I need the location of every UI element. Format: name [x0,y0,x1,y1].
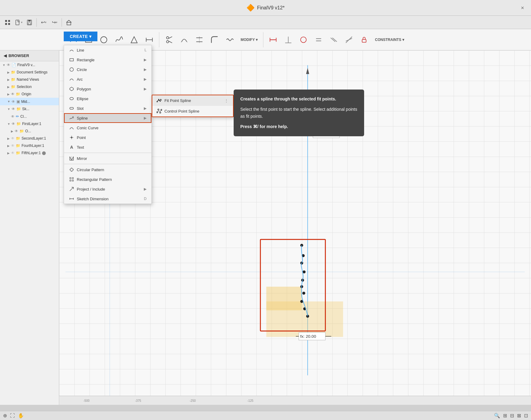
trim-btn[interactable] [193,32,206,47]
menu-item-dimension[interactable]: Sketch Dimension D [64,194,151,204]
dimension-icon [69,196,74,202]
file-button[interactable]: ▾ [13,17,24,28]
expand-arrow-mid: ▼ [7,100,10,103]
menu-item-arc[interactable]: Arc ▶ [64,74,151,84]
conic-icon [69,125,74,130]
menu-item-dimension-label: Sketch Dimension [77,197,109,201]
eye-icon-orig[interactable]: 👁 [11,92,15,96]
svg-rect-63 [70,107,73,109]
fillet-btn[interactable] [208,32,221,47]
lock-constraint-btn[interactable] [357,32,371,47]
menu-item-conic[interactable]: Conic Curve [64,123,151,133]
hand-icon[interactable]: ✋ [18,413,24,418]
svg-point-90 [160,112,161,113]
search-icon[interactable]: 🔍 [494,413,500,418]
parallel-constraint-btn[interactable] [327,32,340,47]
diagonal-constraint-btn[interactable] [342,32,356,47]
expand-arrow-second: ▶ [7,137,10,140]
project-arrow: ▶ [144,187,147,191]
divider-2 [64,164,151,164]
menu-item-line[interactable]: Line L [64,45,151,55]
divider-1 [64,153,151,153]
sidebar-item-mid[interactable]: ▼ 👁 ▣ Mid... [0,98,59,105]
sidebar-item-second[interactable]: ▶ 👁 📁 SecondLayer:1 [0,135,59,142]
menu-item-rectangular-label: Rectangular Pattern [77,177,112,182]
menu-item-circular-label: Circular Pattern [77,168,104,172]
sidebar-item-named-views[interactable]: ▶ 📁 Named Views [0,76,59,83]
expand-arrow-fifth: ▶ [7,151,10,155]
grid-icon[interactable]: ⊟ [510,413,514,418]
eye-icon-first[interactable]: 👁 [12,122,15,126]
eye-off-icon-fourth[interactable]: 👁 [11,144,15,148]
menu-item-project[interactable]: Project / Include ▶ [64,184,151,194]
menu-item-rectangular[interactable]: Rectangular Pattern [64,174,151,184]
modify-label[interactable]: MODIFY ▾ [238,38,260,42]
horizontal-constraint-btn[interactable] [266,32,280,47]
menu-item-polygon[interactable]: Polygon ▶ [64,84,151,94]
sphere-icon: ⬤ [42,151,46,155]
equal-constraint-btn[interactable] [312,32,325,47]
eye-off-icon-second[interactable]: 👁 [11,136,15,141]
save-button[interactable] [24,17,35,28]
sidebar-item-cl[interactable]: 👁 ✏ Cl... [0,113,59,120]
submenu-item-control-point[interactable]: Control Point Spline [152,106,233,117]
apps-button[interactable] [2,17,13,28]
sidebar-item-sk[interactable]: ▼ 👁 📁 Sk... [0,105,59,113]
mirror-icon [69,156,74,161]
submenu-item-fit-point[interactable]: Fit Point Spline ⋮ [152,95,233,106]
circle-arrow: ▶ [144,67,147,72]
sidebar-item-document[interactable]: ▶ 📁 Document Settings [0,69,59,76]
sidebar-item-selection[interactable]: ▶ 📁 Selection [0,83,59,90]
menu-item-text[interactable]: A Text [64,142,151,152]
create-label: CREATE ▾ [70,34,91,39]
sidebar-item-root[interactable]: ▼ 👁 📄 FinalV9 v... [0,61,59,69]
undo-button[interactable]: ↩ ▾ [39,17,49,28]
eye-icon-cl[interactable]: 👁 [11,114,15,119]
circle-constraint-btn[interactable] [297,32,310,47]
menu-item-circular[interactable]: Circular Pattern [64,165,151,174]
menu-item-rectangle[interactable]: Rectangle ▶ [64,55,151,65]
sidebar-item-fifth[interactable]: ▶ 👁 📁 FifthLayer:1 ⬤ [0,149,59,157]
redo-button[interactable]: ↪ ▾ [49,17,60,28]
scissors-btn[interactable] [162,32,176,47]
sidebar-item-fourth[interactable]: ▶ 👁 📁 FourthLayer:1 [0,142,59,149]
modify-section: MODIFY ▾ [159,32,263,47]
close-button[interactable]: × [519,4,526,12]
offset-btn[interactable] [178,32,191,47]
layers-icon[interactable]: ⊠ [517,413,521,418]
menu-item-slot[interactable]: Slot ▶ [64,103,151,113]
zoom-icon[interactable]: ⊞ [503,413,507,418]
menu-item-mirror[interactable]: Mirror [64,154,151,163]
svg-point-91 [161,109,162,110]
menu-item-spline[interactable]: Spline ▶ [64,113,151,123]
camera-icon[interactable]: ⛶ [10,413,15,418]
create-button[interactable]: CREATE ▾ [64,32,97,41]
display-icon[interactable]: ⊡ [524,413,528,418]
sidebar-item-first[interactable]: ▼ 👁 📁 FirstLayer:1 [0,120,59,127]
circular-icon [69,167,74,172]
sidebar-item-o[interactable]: ▶ 👁 📁 O... [0,127,59,135]
eye-icon-sk[interactable]: 👁 [12,107,15,111]
ellipse-icon [69,96,74,101]
menu-item-ellipse[interactable]: Ellipse [64,94,151,103]
tooltip-line1: Creates a spline through the selected fi… [240,96,357,102]
eye-icon[interactable]: 👁 [7,63,10,67]
svg-rect-7 [28,23,31,25]
perpendicular-constraint-btn[interactable] [282,32,295,47]
constraints-label[interactable]: CONSTRAINTS ▾ [373,38,407,42]
home-button[interactable] [64,17,74,28]
sidebar-item-label-orig: Origin [22,92,31,96]
eye-icon-mid[interactable]: 👁 [12,100,15,104]
menu-item-point-label: Point [77,135,86,140]
menu-item-point[interactable]: Point [64,133,151,142]
menu-item-circle[interactable]: Circle ▶ [64,65,151,74]
sidebar-item-origin[interactable]: ▶ 👁 📁 Origin [0,90,59,98]
rect-icon [69,57,74,63]
wave-btn[interactable] [223,32,236,47]
eye-off-icon-fifth[interactable]: 👁 [11,151,15,155]
svg-line-31 [346,38,352,41]
svg-point-85 [157,101,158,102]
eye-icon-o[interactable]: 👁 [15,129,18,133]
cursor-icon[interactable]: ⊕ [3,413,7,418]
svg-point-73 [71,171,72,172]
